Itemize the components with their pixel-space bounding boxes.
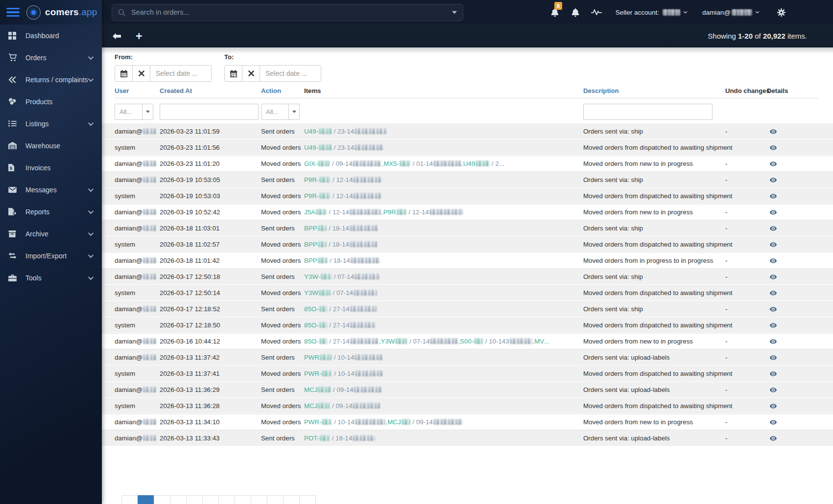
details-eye-button[interactable] bbox=[769, 354, 778, 362]
details-eye-button[interactable] bbox=[769, 225, 778, 232]
details-eye-button[interactable] bbox=[769, 306, 778, 313]
clear-date-icon[interactable] bbox=[242, 66, 260, 81]
details-eye-button[interactable] bbox=[769, 403, 778, 410]
order-item-link[interactable]: BPP / 18-14 bbox=[304, 257, 381, 264]
activity-pulse-icon[interactable] bbox=[591, 9, 602, 16]
pagination-button[interactable] bbox=[186, 495, 203, 504]
app-logo[interactable]: comers.app bbox=[26, 5, 97, 20]
column-header-description[interactable]: Description bbox=[583, 87, 725, 94]
order-item-link[interactable]: BPP / 18-14 bbox=[304, 241, 378, 248]
pagination-button[interactable] bbox=[251, 495, 267, 504]
to-date-input[interactable] bbox=[260, 66, 321, 81]
action-filter-select[interactable]: All... bbox=[261, 104, 300, 120]
pagination-button[interactable] bbox=[283, 495, 300, 504]
alerts-bell-icon[interactable] bbox=[571, 8, 579, 17]
details-eye-button[interactable] bbox=[769, 338, 778, 345]
created-at-filter-input[interactable] bbox=[160, 104, 259, 120]
order-item-link[interactable]: Y3W / 07-14 bbox=[304, 289, 378, 297]
order-item-link[interactable]: PWR / 10-14 bbox=[304, 354, 383, 361]
details-eye-button[interactable] bbox=[769, 419, 778, 426]
details-eye-button[interactable] bbox=[769, 257, 778, 265]
details-eye-button[interactable] bbox=[769, 274, 778, 281]
order-item-link[interactable]: PWR- / 10-14 bbox=[304, 418, 386, 426]
hamburger-menu-icon[interactable] bbox=[6, 6, 20, 19]
search-scope-caret-icon[interactable] bbox=[452, 11, 457, 14]
from-date-input[interactable] bbox=[150, 66, 211, 81]
add-button[interactable]: + bbox=[134, 30, 144, 42]
details-eye-button[interactable] bbox=[769, 435, 778, 442]
back-button[interactable] bbox=[111, 31, 123, 42]
order-item-link[interactable]: Y3W- / 07-14 bbox=[304, 273, 381, 280]
sidebar-item-returns-complaints[interactable]: Returns / complaints bbox=[0, 69, 102, 91]
details-eye-button[interactable] bbox=[769, 193, 778, 200]
column-header-user[interactable]: User bbox=[115, 87, 160, 94]
sidebar-item-warehouse[interactable]: Warehouse bbox=[0, 135, 102, 157]
pagination-button[interactable] bbox=[267, 495, 284, 504]
pagination-button[interactable] bbox=[218, 495, 235, 504]
details-eye-button[interactable] bbox=[769, 322, 778, 329]
clear-date-icon[interactable] bbox=[133, 66, 150, 81]
user-account-dropdown[interactable]: damian@ bbox=[702, 9, 760, 16]
sidebar-item-dashboard[interactable]: Dashboard bbox=[0, 24, 102, 46]
order-item-link[interactable]: 85O- / 27-14 bbox=[304, 305, 377, 313]
order-item-link[interactable]: J5A / 12-14 bbox=[304, 208, 381, 216]
sidebar-item-listings[interactable]: Listings bbox=[0, 113, 102, 135]
order-item-link[interactable]: U49- / 23-14 bbox=[304, 144, 384, 151]
order-item-link[interactable]: GIX- / 09-14 bbox=[304, 160, 381, 167]
details-eye-button[interactable] bbox=[769, 160, 778, 168]
pagination-button[interactable] bbox=[235, 495, 251, 504]
order-item-link[interactable]: MCJ / 09-14 bbox=[304, 402, 381, 410]
order-item-link[interactable]: U49- / 23-14 bbox=[304, 128, 387, 135]
sidebar-item-reports[interactable]: Reports bbox=[0, 201, 102, 223]
sidebar-item-archive[interactable]: Archive bbox=[0, 223, 102, 245]
search-input[interactable] bbox=[131, 8, 448, 16]
details-eye-button[interactable] bbox=[769, 177, 778, 184]
order-item-link[interactable]: P9R- / 12-14 bbox=[304, 192, 382, 200]
sidebar-item-orders[interactable]: Orders bbox=[0, 46, 102, 69]
column-header-created-at[interactable]: Created At bbox=[160, 87, 261, 94]
order-item-link[interactable]: BPP / 18-14 bbox=[304, 225, 379, 232]
order-item-link[interactable]: PWR- / 10-14 bbox=[304, 370, 383, 377]
order-item-link[interactable]: POT- / 16-14 bbox=[304, 435, 376, 442]
details-eye-button[interactable] bbox=[769, 370, 778, 378]
pagination-button[interactable] bbox=[154, 495, 170, 504]
user-filter-select[interactable]: All... bbox=[115, 104, 153, 120]
pagination-button-active[interactable] bbox=[138, 495, 154, 504]
pagination-button[interactable] bbox=[170, 495, 187, 504]
seller-account-dropdown[interactable]: Seller account: bbox=[616, 9, 688, 16]
order-item-link[interactable]: S00- / 10-143 bbox=[460, 338, 533, 345]
sidebar-item-invoices[interactable]: $Invoices bbox=[0, 157, 102, 179]
details-eye-button[interactable] bbox=[769, 290, 778, 297]
details-eye-button[interactable] bbox=[769, 128, 778, 136]
details-eye-button[interactable] bbox=[769, 209, 778, 216]
cell-created-at: 2026-03-13 11:34:10 bbox=[160, 414, 261, 430]
order-item-link[interactable]: MCJ / 09-14 bbox=[304, 386, 382, 393]
pagination-button[interactable] bbox=[299, 495, 316, 504]
details-eye-button[interactable] bbox=[769, 144, 778, 152]
sidebar-item-products[interactable]: Products bbox=[0, 91, 102, 113]
sidebar-item-import-export[interactable]: Import/Export bbox=[0, 245, 102, 267]
order-item-link[interactable]: 85O- / 27-14 bbox=[304, 321, 376, 329]
details-eye-button[interactable] bbox=[769, 241, 778, 249]
order-item-link[interactable]: 85O- / 27-14 bbox=[304, 338, 379, 345]
calendar-icon[interactable] bbox=[225, 66, 242, 81]
order-item-link[interactable]: MX5- / 01-14 bbox=[383, 160, 461, 167]
order-item-link[interactable]: U49 / 2... bbox=[463, 160, 504, 167]
sidebar-item-messages[interactable]: Messages bbox=[0, 179, 102, 201]
description-filter-input[interactable] bbox=[583, 104, 713, 120]
settings-gear-icon[interactable] bbox=[777, 8, 785, 17]
order-item-link[interactable]: P9R- / 12-14 bbox=[304, 176, 383, 183]
sidebar-item-tools[interactable]: Tools bbox=[0, 267, 102, 289]
order-item-link[interactable]: MV... bbox=[534, 338, 549, 345]
cell-created-at: 2026-03-17 12:18:52 bbox=[160, 301, 261, 317]
order-item-link[interactable]: P9R / 12-14 bbox=[383, 208, 463, 216]
pagination-button[interactable] bbox=[121, 495, 138, 504]
order-item-link[interactable]: Y3W / 07-14 bbox=[381, 338, 458, 345]
column-header-action[interactable]: Action bbox=[261, 87, 304, 94]
calendar-icon[interactable] bbox=[115, 66, 133, 81]
pagination-button[interactable] bbox=[202, 495, 219, 504]
notifications-bell-icon[interactable]: 8 bbox=[551, 8, 559, 17]
cell-user: damian@ bbox=[115, 301, 160, 317]
details-eye-button[interactable] bbox=[769, 387, 778, 394]
order-item-link[interactable]: MCJ / 09-14 bbox=[387, 418, 463, 426]
